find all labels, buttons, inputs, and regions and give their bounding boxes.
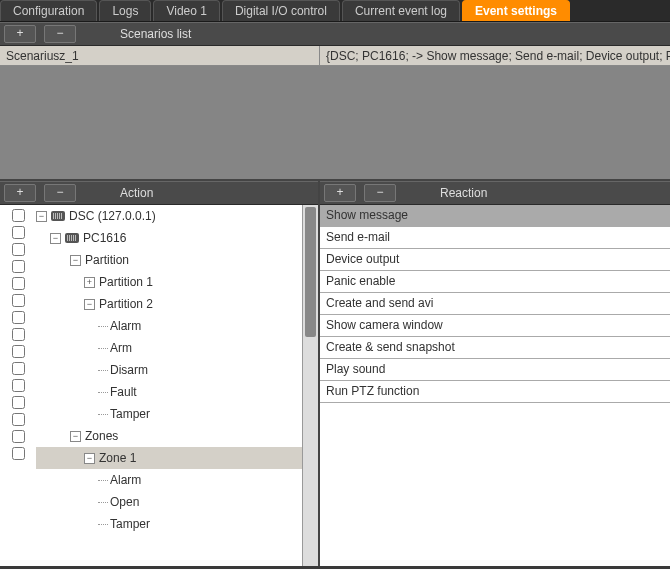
action-checkbox[interactable] (12, 396, 25, 409)
tree-node-zone-1[interactable]: − Zone 1 (36, 447, 302, 469)
action-checkbox[interactable] (12, 328, 25, 341)
tab-logs[interactable]: Logs (99, 0, 151, 21)
scrollbar-thumb[interactable] (305, 207, 316, 337)
tab-digital-io[interactable]: Digital I/O control (222, 0, 340, 21)
tree-node-zones[interactable]: − Zones (36, 425, 302, 447)
action-panel: + − Action (0, 181, 320, 566)
action-checkbox[interactable] (12, 379, 25, 392)
tab-event-settings[interactable]: Event settings (462, 0, 570, 21)
action-reaction-panels: + − Action (0, 181, 670, 566)
tree-node-tamper[interactable]: Tamper (36, 403, 302, 425)
action-checkbox[interactable] (12, 311, 25, 324)
reaction-row[interactable]: Device output (320, 249, 670, 271)
action-checkbox[interactable] (12, 413, 25, 426)
tree-node-partition-1[interactable]: + Partition 1 (36, 271, 302, 293)
tree-node-dsc[interactable]: − DSC (127.0.0.1) (36, 205, 302, 227)
tree-label: Tamper (110, 407, 150, 421)
collapse-icon[interactable]: − (70, 255, 81, 266)
tree-label: Open (110, 495, 139, 509)
action-title: Action (80, 186, 318, 200)
scenarios-list: Scenariusz_1 {DSC; PC1616; -> Show messa… (0, 46, 670, 181)
action-checkbox[interactable] (12, 362, 25, 375)
tab-bar: Configuration Logs Video 1 Digital I/O c… (0, 0, 670, 22)
action-tree: − DSC (127.0.0.1) − PC1616 − Partition (36, 205, 302, 566)
tree-node-fault[interactable]: Fault (36, 381, 302, 403)
reaction-row[interactable]: Run PTZ function (320, 381, 670, 403)
reaction-row[interactable]: Play sound (320, 359, 670, 381)
scenario-name: Scenariusz_1 (0, 46, 320, 65)
add-action-button[interactable]: + (4, 184, 36, 202)
remove-action-button[interactable]: − (44, 184, 76, 202)
reaction-row[interactable]: Send e-mail (320, 227, 670, 249)
tree-label: Partition 1 (99, 275, 153, 289)
remove-reaction-button[interactable]: − (364, 184, 396, 202)
action-checkbox[interactable] (12, 294, 25, 307)
tree-label: Partition (85, 253, 129, 267)
action-checkbox[interactable] (12, 226, 25, 239)
tree-node-partition[interactable]: − Partition (36, 249, 302, 271)
reaction-header: + − Reaction (320, 181, 670, 205)
tree-node-z1-alarm[interactable]: Alarm (36, 469, 302, 491)
reaction-row[interactable]: Show camera window (320, 315, 670, 337)
action-checkbox[interactable] (12, 243, 25, 256)
action-body: − DSC (127.0.0.1) − PC1616 − Partition (0, 205, 318, 566)
action-checkbox[interactable] (12, 430, 25, 443)
action-checkbox[interactable] (12, 209, 25, 222)
tree-label: Arm (110, 341, 132, 355)
tree-label: Alarm (110, 473, 141, 487)
tree-node-z1-tamper[interactable]: Tamper (36, 513, 302, 535)
tree-label: Fault (110, 385, 137, 399)
tab-current-event-log[interactable]: Current event log (342, 0, 460, 21)
action-checkbox-column (0, 205, 36, 566)
tree-label: Partition 2 (99, 297, 153, 311)
remove-scenario-button[interactable]: − (44, 25, 76, 43)
action-scrollbar[interactable] (302, 205, 318, 566)
collapse-icon[interactable]: − (70, 431, 81, 442)
reaction-row[interactable]: Create and send avi (320, 293, 670, 315)
tab-configuration[interactable]: Configuration (0, 0, 97, 21)
tab-video1[interactable]: Video 1 (153, 0, 219, 21)
collapse-icon[interactable]: − (36, 211, 47, 222)
action-checkbox[interactable] (12, 447, 25, 460)
action-checkbox[interactable] (12, 345, 25, 358)
reaction-title: Reaction (400, 186, 670, 200)
tree-label: DSC (127.0.0.1) (69, 209, 156, 223)
tree-node-pc1616[interactable]: − PC1616 (36, 227, 302, 249)
tree-label: PC1616 (83, 231, 126, 245)
device-icon (65, 233, 79, 243)
tree-node-alarm[interactable]: Alarm (36, 315, 302, 337)
tree-label: Zone 1 (99, 451, 136, 465)
reaction-list: Show message Send e-mail Device output P… (320, 205, 670, 566)
tree-label: Disarm (110, 363, 148, 377)
collapse-icon[interactable]: − (50, 233, 61, 244)
tree-node-disarm[interactable]: Disarm (36, 359, 302, 381)
tree-label: Zones (85, 429, 118, 443)
tree-node-z1-open[interactable]: Open (36, 491, 302, 513)
reaction-row[interactable]: Show message (320, 205, 670, 227)
expand-icon[interactable]: + (84, 277, 95, 288)
reaction-row[interactable]: Create & send snapshot (320, 337, 670, 359)
reaction-body: Show message Send e-mail Device output P… (320, 205, 670, 566)
scenario-row[interactable]: Scenariusz_1 {DSC; PC1616; -> Show messa… (0, 46, 670, 66)
scenarios-title: Scenarios list (80, 27, 670, 41)
scenario-description: {DSC; PC1616; -> Show message; Send e-ma… (320, 46, 670, 65)
tree-node-partition-2[interactable]: − Partition 2 (36, 293, 302, 315)
tree-label: Alarm (110, 319, 141, 333)
reaction-row[interactable]: Panic enable (320, 271, 670, 293)
action-checkbox[interactable] (12, 277, 25, 290)
collapse-icon[interactable]: − (84, 299, 95, 310)
device-icon (51, 211, 65, 221)
collapse-icon[interactable]: − (84, 453, 95, 464)
scenarios-header: + − Scenarios list (0, 22, 670, 46)
add-scenario-button[interactable]: + (4, 25, 36, 43)
action-header: + − Action (0, 181, 318, 205)
add-reaction-button[interactable]: + (324, 184, 356, 202)
action-checkbox[interactable] (12, 260, 25, 273)
tree-node-arm[interactable]: Arm (36, 337, 302, 359)
tree-label: Tamper (110, 517, 150, 531)
reaction-panel: + − Reaction Show message Send e-mail De… (320, 181, 670, 566)
